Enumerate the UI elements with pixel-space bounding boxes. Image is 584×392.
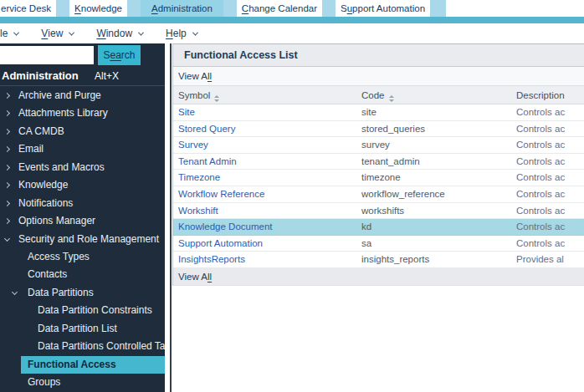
sidebar-item-access-types[interactable]: Access Types [0,248,165,266]
symbol-link[interactable]: Knowledge Document [178,221,273,232]
search-button[interactable]: Search [98,45,141,65]
pane-splitter[interactable] [170,43,172,392]
top-tab-bar: ervice Desk Knowledge Administration Cha… [0,0,584,17]
description-cell: Controls ac [516,186,584,202]
view-all-link-top[interactable]: View All [173,67,584,86]
search-input[interactable] [0,46,94,64]
tab-support-automation[interactable]: Support Automation [336,0,430,17]
sidebar-shortcut: Alt+X [95,70,119,82]
column-header-code: Code [361,86,516,104]
symbol-link[interactable]: InsightsReports [178,254,245,264]
menu-help[interactable]: Help [166,28,197,39]
table-row: Survey survey Controls ac [173,137,584,154]
sidebar-item-security-and-role-management[interactable]: Security and Role Management [0,231,165,248]
sidebar-item-data-partition-constraints[interactable]: Data Partition Constraints [0,302,165,319]
code-cell: tenant_admin [361,154,516,170]
description-cell: Controls ac [516,219,584,235]
code-cell: kd [361,219,516,235]
view-all-link-bottom[interactable]: View All [173,268,584,286]
menu-file[interactable]: le [0,28,18,39]
page-title: Functional Access List [173,43,584,67]
code-cell: survey [361,137,516,153]
column-header-description: Description [516,86,584,104]
code-cell: site [361,104,516,120]
sidebar-title: Administration [2,69,79,82]
code-cell: timezone [361,170,516,186]
code-cell: sa [361,236,516,252]
functional-access-panel: Functional Access List View All Symbol C… [172,43,584,286]
table-row: Site site Controls ac [173,104,584,121]
table-row: Support Automation sa Controls ac [173,236,584,252]
sidebar-tree: Archive and Purge Attachments Library CA… [0,87,165,391]
teal-accent-band [0,17,584,23]
menu-bar: le View Window Help [0,23,584,43]
tab-service-desk[interactable]: ervice Desk [0,0,56,17]
code-cell: insights_reports [361,252,516,267]
table-row-selected: Knowledge Document kd Controls ac [173,219,584,236]
sidebar-item-archive-and-purge[interactable]: Archive and Purge [0,87,165,104]
sidebar-item-options-manager[interactable]: Options Manager [0,212,165,230]
symbol-link[interactable]: Workshift [178,206,218,216]
symbol-link[interactable]: Survey [178,140,208,150]
sidebar-item-groups[interactable]: Groups [0,374,165,391]
admin-sidebar: Search Administration Alt+X Archive and … [0,43,165,392]
sidebar-divider [0,85,165,86]
symbol-link[interactable]: Stored Query [178,124,235,134]
sidebar-item-functional-access[interactable]: Functional Access [0,356,165,374]
sidebar-item-ca-cmdb[interactable]: CA CMDB [0,123,165,140]
code-cell: workshifts [361,203,516,219]
sidebar-item-email[interactable]: Email [0,140,165,158]
sidebar-item-notifications[interactable]: Notifications [0,195,165,212]
column-header-symbol: Symbol [173,86,361,104]
chevron-down-icon [69,29,74,35]
table-row: Tenant Admin tenant_admin Controls ac [173,154,584,171]
sidebar-item-data-partitions-controlled-tables[interactable]: Data Partitions Controlled Table [0,338,165,355]
chevron-down-icon [192,29,198,35]
menu-view[interactable]: View [41,28,74,39]
table-row: Timezone timezone Controls ac [173,170,584,186]
sidebar-item-data-partition-list[interactable]: Data Partition List [0,320,165,338]
tab-knowledge[interactable]: Knowledge [69,0,127,17]
chevron-down-icon [138,29,144,35]
symbol-link[interactable]: Site [178,107,195,117]
description-cell: Controls ac [516,170,584,186]
main-content: Functional Access List View All Symbol C… [172,43,584,392]
code-cell: workflow_reference [361,186,516,202]
table-header-row: Symbol Code Description [173,86,584,104]
description-cell: Provides al [516,252,584,267]
tab-change-calendar[interactable]: Change Calendar [237,0,322,17]
sidebar-item-contacts[interactable]: Contacts [0,266,165,283]
symbol-link[interactable]: Tenant Admin [178,156,237,166]
description-cell: Controls ac [516,236,584,252]
sidebar-item-knowledge[interactable]: Knowledge [0,176,165,194]
table-row: Workshift workshifts Controls ac [173,203,584,220]
table-row: InsightsReports insights_reports Provide… [173,252,584,268]
description-cell: Controls ac [516,104,584,120]
code-cell: stored_queries [361,121,516,137]
symbol-link[interactable]: Workflow Reference [178,189,264,199]
sort-icon[interactable] [214,95,219,102]
symbol-link[interactable]: Timezone [178,172,220,182]
sidebar-item-events-and-macros[interactable]: Events and Macros [0,159,165,176]
description-cell: Controls ac [516,203,584,219]
description-cell: Controls ac [516,121,584,137]
tab-strip: ervice Desk Knowledge Administration Cha… [0,0,446,17]
table-row: Stored Query stored_queries Controls ac [173,121,584,138]
sort-icon[interactable] [389,95,394,102]
tab-administration[interactable]: Administration [141,0,223,17]
sidebar-item-data-partitions[interactable]: Data Partitions [0,284,165,302]
sidebar-item-attachments-library[interactable]: Attachments Library [0,104,165,122]
menu-window[interactable]: Window [96,28,143,39]
description-cell: Controls ac [516,137,584,153]
description-cell: Controls ac [516,154,584,170]
chevron-down-icon [13,29,19,35]
symbol-link[interactable]: Support Automation [178,238,263,248]
table-row: Workflow Reference workflow_reference Co… [173,186,584,203]
